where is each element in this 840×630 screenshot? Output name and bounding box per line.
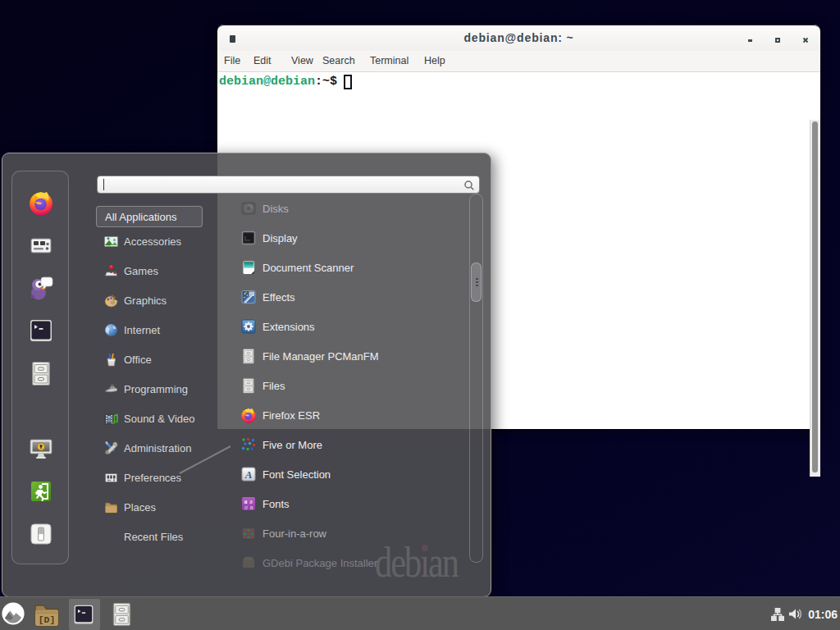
svg-text:[D]: [D] [39, 615, 55, 625]
